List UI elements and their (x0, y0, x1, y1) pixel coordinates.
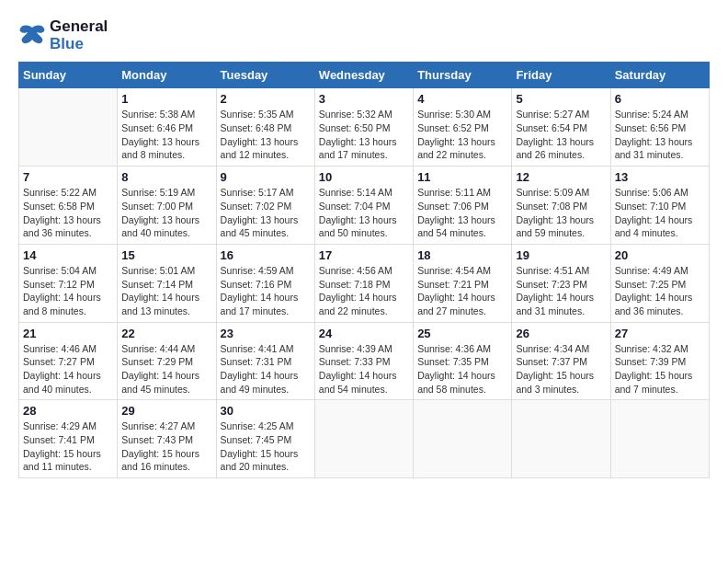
weekday-header-monday: Monday (118, 63, 216, 88)
day-info: Sunrise: 4:32 AMSunset: 7:39 PMDaylight:… (615, 342, 705, 396)
day-number: 4 (417, 92, 507, 106)
calendar-cell: 17Sunrise: 4:56 AMSunset: 7:18 PMDayligh… (314, 244, 413, 322)
day-number: 21 (23, 327, 113, 340)
calendar-cell (512, 400, 610, 478)
day-info: Sunrise: 4:59 AMSunset: 7:16 PMDaylight:… (221, 264, 311, 318)
day-number: 30 (221, 404, 311, 418)
day-number: 3 (319, 92, 409, 106)
calendar-cell: 23Sunrise: 4:41 AMSunset: 7:31 PMDayligh… (216, 322, 314, 400)
day-info: Sunrise: 5:22 AMSunset: 6:58 PMDaylight:… (23, 186, 113, 240)
day-info: Sunrise: 4:51 AMSunset: 7:23 PMDaylight:… (516, 264, 606, 318)
day-number: 17 (319, 248, 409, 262)
calendar-cell: 28Sunrise: 4:29 AMSunset: 7:41 PMDayligh… (19, 400, 118, 478)
calendar-cell: 29Sunrise: 4:27 AMSunset: 7:43 PMDayligh… (118, 400, 216, 478)
day-info: Sunrise: 5:24 AMSunset: 6:56 PMDaylight:… (615, 108, 705, 162)
day-info: Sunrise: 4:27 AMSunset: 7:43 PMDaylight:… (121, 419, 211, 474)
day-number: 10 (319, 170, 409, 184)
calendar-cell: 25Sunrise: 4:36 AMSunset: 7:35 PMDayligh… (414, 322, 512, 400)
calendar-cell: 11Sunrise: 5:11 AMSunset: 7:06 PMDayligh… (414, 167, 512, 245)
calendar-cell: 7Sunrise: 5:22 AMSunset: 6:58 PMDaylight… (19, 167, 118, 245)
day-info: Sunrise: 5:27 AMSunset: 6:54 PMDaylight:… (516, 108, 606, 162)
day-number: 11 (417, 170, 507, 184)
day-info: Sunrise: 4:25 AMSunset: 7:45 PMDaylight:… (221, 419, 311, 474)
day-number: 2 (221, 92, 311, 106)
day-number: 29 (121, 404, 211, 418)
day-info: Sunrise: 5:14 AMSunset: 7:04 PMDaylight:… (319, 186, 409, 240)
weekday-header-tuesday: Tuesday (216, 63, 314, 88)
day-number: 27 (615, 327, 705, 340)
calendar-cell: 27Sunrise: 4:32 AMSunset: 7:39 PMDayligh… (610, 322, 709, 400)
day-number: 22 (121, 327, 211, 340)
page-header: General Blue (18, 18, 710, 52)
day-number: 20 (615, 248, 705, 262)
day-info: Sunrise: 5:11 AMSunset: 7:06 PMDaylight:… (417, 186, 507, 240)
calendar-cell: 1Sunrise: 5:38 AMSunset: 6:46 PMDaylight… (118, 88, 216, 167)
day-info: Sunrise: 4:44 AMSunset: 7:29 PMDaylight:… (121, 342, 211, 396)
day-number: 7 (23, 170, 113, 184)
day-info: Sunrise: 5:09 AMSunset: 7:08 PMDaylight:… (516, 186, 606, 240)
day-number: 8 (121, 170, 211, 184)
calendar-cell: 4Sunrise: 5:30 AMSunset: 6:52 PMDaylight… (414, 88, 512, 167)
calendar-cell: 19Sunrise: 4:51 AMSunset: 7:23 PMDayligh… (512, 244, 610, 322)
day-info: Sunrise: 4:34 AMSunset: 7:37 PMDaylight:… (516, 342, 606, 396)
day-number: 28 (23, 404, 113, 418)
calendar-cell: 18Sunrise: 4:54 AMSunset: 7:21 PMDayligh… (414, 244, 512, 322)
day-number: 5 (516, 92, 606, 106)
weekday-header-saturday: Saturday (610, 63, 709, 88)
day-info: Sunrise: 4:29 AMSunset: 7:41 PMDaylight:… (23, 419, 113, 474)
logo-text: General (50, 18, 108, 36)
day-info: Sunrise: 5:19 AMSunset: 7:00 PMDaylight:… (121, 186, 211, 240)
calendar-cell: 30Sunrise: 4:25 AMSunset: 7:45 PMDayligh… (216, 400, 314, 478)
weekday-header-wednesday: Wednesday (314, 63, 413, 88)
day-number: 23 (221, 327, 311, 340)
day-info: Sunrise: 5:32 AMSunset: 6:50 PMDaylight:… (319, 108, 409, 162)
calendar-cell: 14Sunrise: 5:04 AMSunset: 7:12 PMDayligh… (19, 244, 118, 322)
calendar-cell: 24Sunrise: 4:39 AMSunset: 7:33 PMDayligh… (314, 322, 413, 400)
calendar-cell (610, 400, 709, 478)
calendar-cell: 3Sunrise: 5:32 AMSunset: 6:50 PMDaylight… (314, 88, 413, 167)
weekday-header-sunday: Sunday (19, 63, 118, 88)
calendar-cell: 12Sunrise: 5:09 AMSunset: 7:08 PMDayligh… (512, 167, 610, 245)
day-info: Sunrise: 4:46 AMSunset: 7:27 PMDaylight:… (23, 342, 113, 396)
day-info: Sunrise: 4:36 AMSunset: 7:35 PMDaylight:… (417, 342, 507, 396)
calendar-cell (19, 88, 118, 167)
day-number: 26 (516, 327, 606, 340)
day-number: 16 (221, 248, 311, 262)
calendar-week-row: 1Sunrise: 5:38 AMSunset: 6:46 PMDaylight… (19, 88, 710, 167)
day-info: Sunrise: 4:56 AMSunset: 7:18 PMDaylight:… (319, 264, 409, 318)
day-info: Sunrise: 4:41 AMSunset: 7:31 PMDaylight:… (221, 342, 311, 396)
day-number: 12 (516, 170, 606, 184)
day-info: Sunrise: 4:49 AMSunset: 7:25 PMDaylight:… (615, 264, 705, 318)
day-number: 9 (221, 170, 311, 184)
day-info: Sunrise: 5:17 AMSunset: 7:02 PMDaylight:… (221, 186, 311, 240)
calendar-cell: 10Sunrise: 5:14 AMSunset: 7:04 PMDayligh… (314, 167, 413, 245)
calendar-cell: 8Sunrise: 5:19 AMSunset: 7:00 PMDaylight… (118, 167, 216, 245)
day-info: Sunrise: 4:54 AMSunset: 7:21 PMDaylight:… (417, 264, 507, 318)
day-info: Sunrise: 5:01 AMSunset: 7:14 PMDaylight:… (121, 264, 211, 318)
weekday-header-row: SundayMondayTuesdayWednesdayThursdayFrid… (19, 63, 710, 88)
calendar-week-row: 28Sunrise: 4:29 AMSunset: 7:41 PMDayligh… (19, 400, 710, 478)
calendar-cell (414, 400, 512, 478)
calendar-cell: 21Sunrise: 4:46 AMSunset: 7:27 PMDayligh… (19, 322, 118, 400)
calendar-cell: 15Sunrise: 5:01 AMSunset: 7:14 PMDayligh… (118, 244, 216, 322)
day-info: Sunrise: 5:35 AMSunset: 6:48 PMDaylight:… (221, 108, 311, 162)
day-number: 19 (516, 248, 606, 262)
day-number: 13 (615, 170, 705, 184)
weekday-header-thursday: Thursday (414, 63, 512, 88)
calendar-cell: 22Sunrise: 4:44 AMSunset: 7:29 PMDayligh… (118, 322, 216, 400)
day-number: 14 (23, 248, 113, 262)
day-number: 24 (319, 327, 409, 340)
day-number: 1 (121, 92, 211, 106)
day-info: Sunrise: 5:30 AMSunset: 6:52 PMDaylight:… (417, 108, 507, 162)
calendar-cell (314, 400, 413, 478)
day-number: 15 (121, 248, 211, 262)
day-info: Sunrise: 4:39 AMSunset: 7:33 PMDaylight:… (319, 342, 409, 396)
calendar-cell: 6Sunrise: 5:24 AMSunset: 6:56 PMDaylight… (610, 88, 709, 167)
logo-text2: Blue (50, 36, 108, 53)
logo: General Blue (18, 18, 108, 52)
calendar-cell: 20Sunrise: 4:49 AMSunset: 7:25 PMDayligh… (610, 244, 709, 322)
day-info: Sunrise: 5:38 AMSunset: 6:46 PMDaylight:… (121, 108, 211, 162)
calendar-cell: 2Sunrise: 5:35 AMSunset: 6:48 PMDaylight… (216, 88, 314, 167)
weekday-header-friday: Friday (512, 63, 610, 88)
day-info: Sunrise: 5:06 AMSunset: 7:10 PMDaylight:… (615, 186, 705, 240)
